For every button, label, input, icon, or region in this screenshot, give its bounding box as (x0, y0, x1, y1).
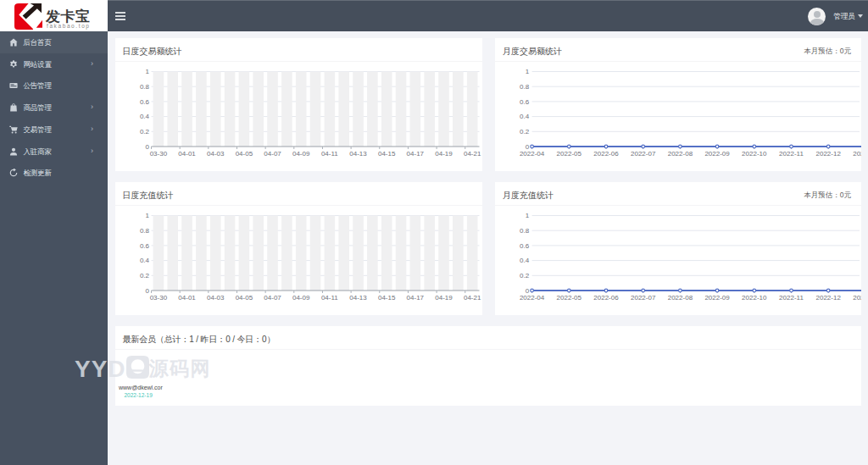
svg-text:04-15: 04-15 (377, 294, 395, 302)
svg-text:2022-11: 2022-11 (779, 294, 804, 302)
svg-text:03-30: 03-30 (149, 150, 167, 158)
svg-text:1: 1 (145, 68, 149, 75)
svg-text:0.2: 0.2 (520, 128, 530, 136)
svg-text:04-13: 04-13 (349, 150, 367, 158)
svg-text:2022-09: 2022-09 (704, 150, 730, 158)
svg-text:2022-06: 2022-06 (593, 150, 619, 158)
svg-text:04-05: 04-05 (235, 294, 253, 302)
svg-text:0.4: 0.4 (139, 257, 149, 264)
svg-text:04-07: 04-07 (264, 150, 281, 158)
svg-text:2022-07: 2022-07 (631, 294, 656, 302)
svg-text:04-21: 04-21 (463, 150, 481, 158)
svg-text:2022-10: 2022-10 (742, 294, 767, 302)
svg-text:0.4: 0.4 (520, 113, 530, 120)
svg-text:1: 1 (526, 68, 530, 75)
svg-text:2022-04: 2022-04 (520, 150, 545, 158)
svg-text:0.2: 0.2 (139, 128, 149, 136)
svg-text:04-03: 04-03 (206, 294, 224, 302)
svg-text:2023-01: 2023-01 (853, 150, 861, 158)
svg-text:04-03: 04-03 (206, 150, 224, 158)
svg-text:0.6: 0.6 (520, 98, 530, 106)
svg-text:2022-05: 2022-05 (557, 150, 582, 158)
svg-text:0.8: 0.8 (139, 83, 149, 91)
svg-text:0.6: 0.6 (520, 242, 530, 250)
svg-text:2022-09: 2022-09 (704, 294, 730, 302)
svg-text:0.6: 0.6 (139, 242, 149, 250)
svg-text:04-13: 04-13 (349, 294, 367, 302)
svg-text:1: 1 (526, 212, 530, 219)
svg-text:2022-05: 2022-05 (557, 294, 582, 302)
svg-text:04-19: 04-19 (435, 150, 453, 158)
svg-text:04-07: 04-07 (264, 294, 281, 302)
svg-text:0.8: 0.8 (139, 227, 149, 235)
svg-text:2023-01: 2023-01 (853, 294, 861, 302)
svg-text:0.2: 0.2 (520, 272, 530, 280)
svg-text:04-17: 04-17 (406, 294, 424, 302)
svg-text:04-01: 04-01 (178, 294, 196, 302)
svg-text:0.8: 0.8 (520, 83, 530, 91)
svg-text:2022-10: 2022-10 (742, 150, 767, 158)
svg-text:04-17: 04-17 (406, 150, 424, 158)
svg-text:2022-08: 2022-08 (668, 150, 693, 158)
svg-text:0.4: 0.4 (139, 113, 149, 120)
svg-text:2022-06: 2022-06 (593, 294, 619, 302)
svg-text:2022-12: 2022-12 (816, 150, 842, 158)
svg-text:2022-11: 2022-11 (779, 150, 804, 158)
svg-text:1: 1 (145, 212, 149, 219)
svg-text:04-09: 04-09 (292, 150, 309, 158)
svg-text:04-21: 04-21 (463, 294, 481, 302)
svg-text:04-15: 04-15 (377, 150, 395, 158)
svg-text:03-30: 03-30 (149, 294, 167, 302)
svg-text:04-11: 04-11 (320, 150, 337, 158)
svg-text:0.4: 0.4 (520, 257, 530, 264)
svg-text:0.6: 0.6 (139, 98, 149, 106)
svg-text:04-19: 04-19 (435, 294, 453, 302)
svg-text:04-05: 04-05 (235, 150, 253, 158)
svg-text:2022-07: 2022-07 (631, 150, 656, 158)
svg-text:04-09: 04-09 (292, 294, 309, 302)
svg-text:2022-04: 2022-04 (520, 294, 545, 302)
svg-text:2022-08: 2022-08 (668, 294, 693, 302)
svg-text:0.8: 0.8 (520, 227, 530, 235)
svg-text:2022-12: 2022-12 (816, 294, 842, 302)
svg-text:0.2: 0.2 (139, 272, 149, 280)
svg-text:04-01: 04-01 (178, 150, 196, 158)
svg-text:04-11: 04-11 (320, 294, 337, 302)
